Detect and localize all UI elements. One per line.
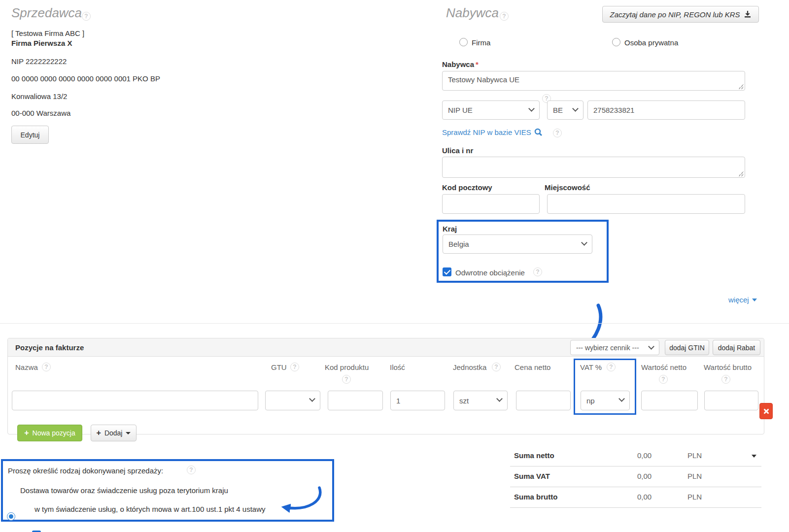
column-price-net: Cena netto bbox=[515, 363, 550, 371]
seller-heading: Sprzedawca bbox=[11, 5, 82, 21]
pricelist-select-value: --- wybierz cennik --- bbox=[576, 344, 639, 352]
currency-dropdown-caret[interactable] bbox=[752, 455, 756, 458]
item-value-gross-input[interactable] bbox=[704, 391, 758, 410]
chevron-down-icon bbox=[618, 396, 625, 402]
reverse-charge-label: Odwrotne obciążenie bbox=[455, 268, 525, 277]
item-unit-value: szt bbox=[459, 397, 469, 405]
seller-city: 00-000 Warszawa bbox=[11, 109, 70, 117]
help-icon[interactable]: ? bbox=[659, 375, 668, 384]
add-discount-button[interactable]: dodaj Rabat bbox=[713, 340, 760, 355]
item-vat-value: np bbox=[586, 397, 595, 405]
help-icon[interactable]: ? bbox=[82, 12, 91, 21]
city-label: Miejscowość bbox=[545, 183, 590, 192]
seller-alias: [ Testowa Firma ABC ] bbox=[11, 29, 84, 37]
help-icon[interactable]: ? bbox=[607, 363, 616, 371]
buyer-heading: Nabywca bbox=[446, 5, 499, 21]
help-icon[interactable]: ? bbox=[42, 363, 51, 371]
buyer-type-company-radio[interactable] bbox=[459, 38, 468, 46]
column-vat: VAT % bbox=[580, 363, 602, 371]
add-dropdown-button[interactable]: + Dodaj bbox=[91, 425, 137, 441]
country-code-value: BE bbox=[553, 106, 563, 114]
check-vies-label: Sprawdź NIP w bazie VIES bbox=[442, 128, 531, 136]
column-gtu: GTU bbox=[271, 363, 287, 371]
item-unit-select[interactable]: szt bbox=[453, 391, 508, 410]
resize-handle-icon[interactable] bbox=[739, 171, 744, 176]
items-panel-title: Pozycje na fakturze bbox=[15, 343, 84, 352]
required-asterisk: * bbox=[476, 60, 479, 68]
column-unit: Jednostka bbox=[453, 363, 486, 371]
total-net-label: Suma netto bbox=[514, 451, 554, 460]
edit-seller-button[interactable]: Edytuj bbox=[11, 126, 49, 144]
chevron-down-icon bbox=[528, 105, 535, 112]
help-icon[interactable]: ? bbox=[500, 12, 509, 21]
section-divider bbox=[0, 323, 789, 324]
total-vat-row: Suma VAT 0,00 PLN bbox=[510, 466, 761, 487]
art100-checkbox-label: w tym świadczenie usług, o których mowa … bbox=[34, 505, 266, 513]
help-icon[interactable]: ? bbox=[533, 267, 542, 276]
buyer-name-label: Nabywca* bbox=[442, 60, 479, 68]
edit-seller-label: Edytuj bbox=[21, 131, 40, 139]
seller-name: Firma Pierwsza X bbox=[11, 39, 72, 47]
load-data-by-nip-label: Zaczytaj dane po NIP, REGON lub KRS bbox=[610, 10, 740, 19]
total-gross-currency: PLN bbox=[687, 493, 702, 501]
sale-type-radio[interactable] bbox=[7, 512, 15, 521]
item-price-net-input[interactable] bbox=[516, 391, 571, 410]
column-name: Nazwa bbox=[15, 363, 38, 371]
chevron-down-icon bbox=[752, 299, 757, 301]
help-icon[interactable]: ? bbox=[721, 375, 730, 384]
pricelist-select[interactable]: --- wybierz cennik --- bbox=[570, 340, 659, 355]
buyer-type-private-radio[interactable] bbox=[612, 38, 620, 46]
tax-id-type-select[interactable]: NIP UE bbox=[442, 100, 540, 120]
new-item-button[interactable]: + Nowa pozycja bbox=[17, 425, 82, 441]
item-product-code-input[interactable] bbox=[328, 391, 383, 410]
chevron-down-icon bbox=[648, 343, 654, 350]
city-input[interactable] bbox=[547, 194, 745, 214]
item-vat-select[interactable]: np bbox=[581, 391, 630, 410]
total-gross-row: Suma brutto 0,00 PLN bbox=[510, 487, 761, 508]
item-quantity-input[interactable]: 1 bbox=[390, 391, 445, 410]
country-select[interactable]: Belgia bbox=[443, 234, 592, 254]
total-gross-value: 0,00 bbox=[637, 493, 652, 501]
total-vat-label: Suma VAT bbox=[514, 472, 550, 480]
street-textarea[interactable] bbox=[442, 157, 745, 178]
column-value-gross: Wartość brutto bbox=[704, 363, 752, 371]
seller-bank-account: 00 0000 0000 0000 0000 0000 0001 PKO BP bbox=[11, 74, 160, 83]
country-label: Kraj bbox=[443, 225, 457, 233]
more-link[interactable]: więcej bbox=[728, 296, 757, 304]
reverse-charge-checkbox[interactable] bbox=[443, 267, 451, 276]
item-name-input[interactable] bbox=[12, 391, 258, 410]
invoice-form-page: Sprzedawca ? [ Testowa Firma ABC ] Firma… bbox=[0, 0, 789, 532]
country-code-select[interactable]: BE bbox=[547, 100, 583, 120]
column-value-net: Wartość netto bbox=[641, 363, 686, 371]
delete-item-button[interactable] bbox=[759, 403, 773, 419]
column-product-code: Kod produktu bbox=[325, 363, 369, 371]
item-value-net-input[interactable] bbox=[641, 391, 698, 410]
help-icon[interactable]: ? bbox=[290, 363, 299, 371]
total-vat-currency: PLN bbox=[687, 472, 702, 480]
buyer-name-textarea[interactable]: Testowy Nabywca UE bbox=[442, 71, 745, 91]
chevron-down-icon bbox=[496, 396, 503, 402]
resize-handle-icon[interactable] bbox=[739, 84, 744, 89]
item-gtu-select[interactable] bbox=[265, 391, 320, 410]
seller-nip: NIP 2222222222 bbox=[11, 57, 67, 66]
tax-number-value: 2758233821 bbox=[593, 106, 634, 114]
add-gtin-button[interactable]: dodaj GTIN bbox=[665, 340, 709, 355]
chevron-down-icon bbox=[572, 105, 579, 112]
total-net-value: 0,00 bbox=[637, 451, 652, 460]
street-label: Ulica i nr bbox=[442, 146, 473, 155]
buyer-type-private-label: Osoba prywatna bbox=[624, 38, 678, 47]
help-icon[interactable]: ? bbox=[553, 129, 562, 137]
tax-id-type-value: NIP UE bbox=[448, 106, 473, 114]
help-icon[interactable]: ? bbox=[187, 466, 196, 474]
add-dropdown-label: Dodaj bbox=[104, 429, 123, 437]
chevron-down-icon bbox=[309, 396, 315, 402]
sale-type-radio-label: Dostawa towarów oraz świadczenie usług p… bbox=[20, 486, 228, 495]
plus-icon: + bbox=[97, 429, 101, 437]
total-gross-label: Suma brutto bbox=[514, 493, 557, 501]
help-icon[interactable]: ? bbox=[492, 363, 501, 371]
postcode-input[interactable] bbox=[442, 194, 540, 214]
help-icon[interactable]: ? bbox=[342, 375, 351, 384]
check-vies-link[interactable]: Sprawdź NIP w bazie VIES bbox=[442, 128, 543, 136]
load-data-by-nip-button[interactable]: Zaczytaj dane po NIP, REGON lub KRS bbox=[602, 6, 759, 23]
tax-number-input[interactable]: 2758233821 bbox=[587, 100, 745, 120]
